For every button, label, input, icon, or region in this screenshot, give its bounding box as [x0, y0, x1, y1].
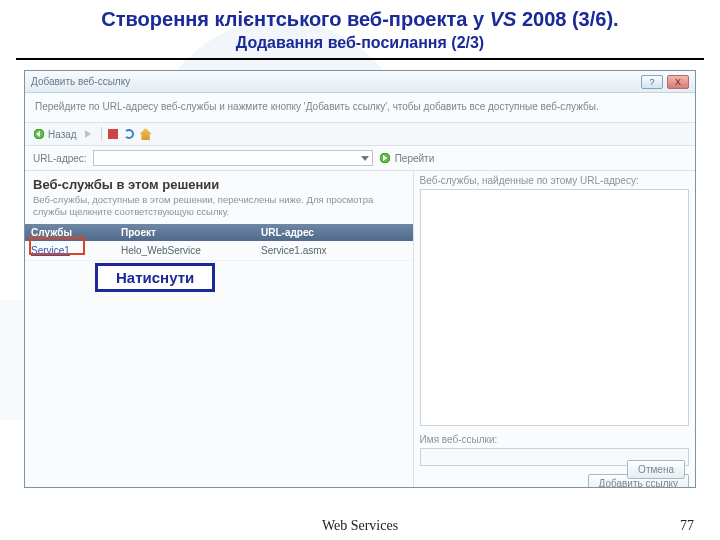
cell-url: Service1.asmx	[255, 241, 413, 260]
slide-title-text-b: 2008 (3/6).	[516, 8, 618, 30]
slide-title-text-a: Створення клієнтського веб-проекта у	[101, 8, 489, 30]
service-link[interactable]: Service1	[31, 245, 70, 256]
dialog-footer: Отмена	[627, 460, 685, 479]
title-divider	[16, 58, 704, 60]
page-number: 77	[680, 518, 694, 534]
slide-title: Створення клієнтського веб-проекта у VS …	[0, 0, 720, 31]
stop-button[interactable]	[108, 129, 118, 139]
ref-name-label: Имя веб-ссылки:	[420, 432, 689, 448]
close-button[interactable]: X	[667, 75, 689, 89]
grid-col-services: Службы	[25, 224, 115, 241]
refresh-icon	[124, 129, 134, 139]
solutions-description: Веб-службы, доступные в этом решении, пе…	[25, 194, 413, 224]
right-pane: Веб-службы, найденные по этому URL-адрес…	[414, 171, 695, 488]
slide-footer: Web Services	[0, 518, 720, 534]
stop-icon	[108, 129, 118, 139]
go-label: Перейти	[395, 153, 435, 164]
cell-project: Helo_WebService	[115, 241, 255, 260]
url-row: URL-адрес: Перейти	[25, 146, 695, 171]
refresh-button[interactable]	[124, 129, 134, 139]
home-icon	[140, 128, 152, 140]
forward-button[interactable]	[83, 128, 95, 140]
forward-icon	[83, 128, 95, 140]
found-services-label: Веб-службы, найденные по этому URL-адрес…	[420, 173, 689, 189]
grid-col-url: URL-адрес	[255, 224, 413, 241]
dialog-caption: Добавить веб-ссылку	[31, 76, 130, 87]
go-button[interactable]: Перейти	[379, 152, 435, 164]
home-button[interactable]	[140, 128, 152, 140]
slide-title-vs: VS	[490, 8, 517, 30]
table-row: Service1 Helo_WebService Service1.asmx	[25, 241, 413, 261]
callout-click: Натиснути	[95, 263, 215, 292]
cancel-button[interactable]: Отмена	[627, 460, 685, 479]
solutions-header: Веб-службы в этом решении	[25, 171, 413, 194]
url-label: URL-адрес:	[33, 153, 87, 164]
back-button[interactable]: Назад	[33, 128, 77, 140]
nav-toolbar: Назад	[25, 123, 695, 146]
window-controls: ? X	[641, 75, 689, 89]
found-services-list[interactable]	[420, 189, 689, 426]
url-combo[interactable]	[93, 150, 373, 166]
back-icon	[33, 128, 45, 140]
slide: Створення клієнтського веб-проекта у VS …	[0, 0, 720, 540]
slide-subtitle: Додавання веб-посилання (2/3)	[0, 31, 720, 58]
grid-header: Службы Проект URL-адрес	[25, 224, 413, 241]
titlebar: Добавить веб-ссылку ? X	[25, 71, 695, 93]
go-icon	[379, 152, 391, 164]
back-label: Назад	[48, 129, 77, 140]
left-pane: Веб-службы в этом решении Веб-службы, до…	[25, 171, 414, 488]
dialog-instruction: Перейдите по URL-адресу веб-службы и наж…	[25, 93, 695, 123]
toolbar-separator	[101, 127, 102, 141]
help-button[interactable]: ?	[641, 75, 663, 89]
grid-col-project: Проект	[115, 224, 255, 241]
dialog-body: Веб-службы в этом решении Веб-службы, до…	[25, 171, 695, 488]
